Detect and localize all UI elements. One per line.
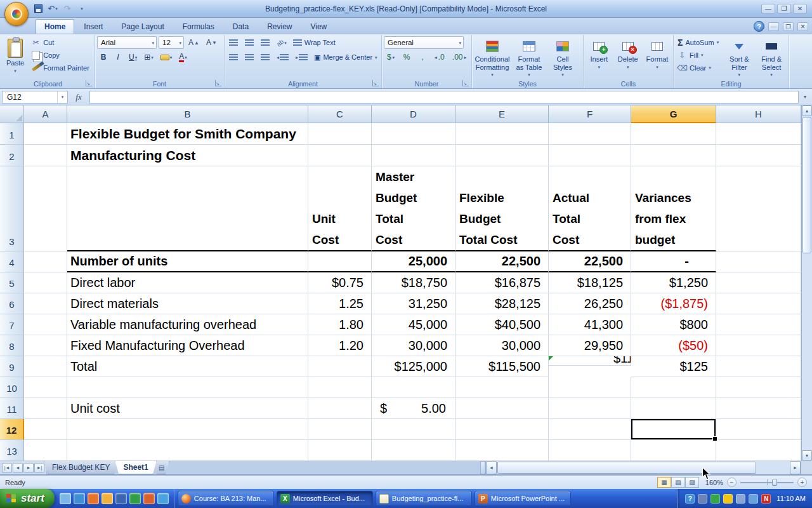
cell-C7[interactable]: 1.80	[308, 314, 372, 335]
powerpoint-icon[interactable]	[143, 493, 155, 504]
taskbar-button[interactable]: Budgeting_practice-fl...	[376, 491, 472, 506]
cell-F8[interactable]: 29,950	[549, 335, 631, 356]
tab-insert[interactable]: Insert	[75, 19, 112, 34]
firefox-icon[interactable]	[88, 493, 99, 504]
cell-A9[interactable]	[24, 356, 67, 377]
cell-H3[interactable]	[716, 166, 801, 251]
cell-C13[interactable]	[308, 440, 372, 461]
cell-D4[interactable]: 25,000	[372, 251, 455, 272]
cell-D12[interactable]	[372, 419, 455, 440]
tab-home[interactable]: Home	[36, 19, 74, 34]
cell-H8[interactable]	[716, 335, 801, 356]
cell-C6[interactable]: 1.25	[308, 293, 372, 314]
formula-input[interactable]	[89, 91, 799, 104]
name-box-dropdown[interactable]: ▾	[57, 91, 67, 103]
cell-F9[interactable]: $115,625	[549, 356, 631, 366]
cell-C5[interactable]: $0.75	[308, 272, 372, 293]
cell-G4[interactable]: -	[631, 251, 716, 272]
cell-C9[interactable]	[308, 356, 372, 377]
formula-bar-expand-button[interactable]: ▾	[800, 94, 810, 100]
italic-button[interactable]: I	[112, 51, 124, 64]
column-header-D[interactable]: D	[372, 105, 455, 123]
row-header-1[interactable]: 1	[0, 123, 24, 145]
autosum-button[interactable]: ΣAutoSum▾	[676, 36, 723, 48]
tab-scrollbar-splitter[interactable]	[480, 461, 485, 474]
cell-E12[interactable]	[455, 419, 549, 440]
cell-D1[interactable]	[372, 123, 455, 145]
percent-style-button[interactable]: %	[400, 51, 414, 64]
cell-B12[interactable]	[67, 419, 308, 440]
cell-G7[interactable]: $800	[631, 314, 716, 335]
cell-H9[interactable]	[716, 356, 801, 377]
page-layout-view-button[interactable]: ▤	[671, 477, 685, 488]
vertical-scroll-thumb[interactable]	[802, 117, 811, 253]
row-header-3[interactable]: 3	[0, 166, 24, 251]
cell-B2[interactable]: Manufacturing Cost	[67, 145, 308, 166]
cell-D6[interactable]: 31,250	[372, 293, 455, 314]
font-color-button[interactable]: A▾	[176, 51, 190, 64]
workbook-close-button[interactable]: ✕	[797, 22, 808, 31]
scroll-left-button[interactable]: ◄	[486, 461, 497, 474]
cell-C4[interactable]	[308, 251, 372, 272]
cell-E10[interactable]	[455, 377, 549, 398]
next-sheet-button[interactable]: ►	[23, 463, 34, 473]
start-button[interactable]: start	[0, 489, 55, 508]
cell-C2[interactable]	[308, 145, 372, 166]
column-header-F[interactable]: F	[549, 105, 631, 123]
cell-G12[interactable]	[631, 419, 716, 440]
format-cells-button[interactable]: Format ▾	[643, 36, 671, 71]
cell-F3[interactable]: ActualTotalCost	[549, 166, 631, 251]
cell-A8[interactable]	[24, 335, 67, 356]
cell-F11[interactable]	[549, 398, 631, 419]
sort-filter-button[interactable]: Sort & Filter ▾	[724, 36, 755, 79]
cell-styles-button[interactable]: Cell Styles ▾	[547, 36, 578, 79]
redo-button[interactable]: ↷	[61, 3, 74, 15]
zoom-slider[interactable]	[740, 478, 794, 487]
copy-button[interactable]: Copy	[29, 49, 91, 61]
cell-E11[interactable]	[455, 398, 549, 419]
cell-C1[interactable]	[308, 123, 372, 145]
grow-font-button[interactable]: A▲	[186, 36, 202, 49]
cell-G3[interactable]: Variancesfrom flexbudget	[631, 166, 716, 251]
align-right-button[interactable]	[258, 51, 272, 64]
orientation-button[interactable]: ab▾	[274, 36, 289, 49]
internet-explorer-icon[interactable]	[74, 493, 85, 504]
align-top-button[interactable]	[226, 36, 240, 49]
cell-B11[interactable]: Unit cost	[67, 398, 308, 419]
vertical-scrollbar[interactable]: ▲ ▼	[801, 105, 812, 461]
decrease-indent-button[interactable]: ◂	[274, 51, 291, 64]
name-box[interactable]: G12 ▾	[2, 91, 68, 104]
workbook-minimize-button[interactable]: —	[768, 22, 779, 31]
column-header-B[interactable]: B	[67, 105, 308, 123]
cell-A2[interactable]	[24, 145, 67, 166]
cell-F6[interactable]: 26,250	[549, 293, 631, 314]
cell-G9[interactable]: $125	[631, 356, 716, 377]
shrink-font-button[interactable]: A▼	[204, 36, 219, 49]
cell-H12[interactable]	[716, 419, 801, 440]
row-header-5[interactable]: 5	[0, 272, 24, 293]
cell-D11[interactable]: $5.00	[372, 398, 455, 419]
cell-A3[interactable]	[24, 166, 67, 251]
taskbar-button[interactable]: Microsoft PowerPoint ...	[475, 491, 571, 506]
update-shield-icon[interactable]	[723, 494, 733, 504]
cell-B5[interactable]: Direct labor	[67, 272, 308, 293]
word-icon[interactable]	[115, 493, 127, 504]
outlook-icon[interactable]	[102, 493, 113, 504]
cell-F4[interactable]: 22,500	[549, 251, 631, 272]
cell-F10[interactable]	[549, 377, 631, 398]
row-header-13[interactable]: 13	[0, 440, 24, 461]
cell-F5[interactable]: $18,125	[549, 272, 631, 293]
row-header-11[interactable]: 11	[0, 398, 24, 419]
format-as-table-button[interactable]: Format as Table ▾	[513, 36, 546, 79]
row-header-12[interactable]: 12	[0, 419, 24, 440]
horizontal-scroll-thumb[interactable]	[497, 462, 756, 474]
tab-data[interactable]: Data	[224, 19, 258, 34]
dialog-launcher-icon[interactable]: ↘	[86, 80, 92, 86]
decrease-decimal-button[interactable]: .00▸	[449, 51, 469, 64]
align-center-button[interactable]	[242, 51, 256, 64]
column-header-C[interactable]: C	[308, 105, 372, 123]
vertical-scroll-track[interactable]	[802, 254, 812, 450]
dialog-launcher-icon[interactable]: ↘	[462, 80, 469, 86]
align-middle-button[interactable]	[242, 36, 256, 49]
cell-C8[interactable]: 1.20	[308, 335, 372, 356]
